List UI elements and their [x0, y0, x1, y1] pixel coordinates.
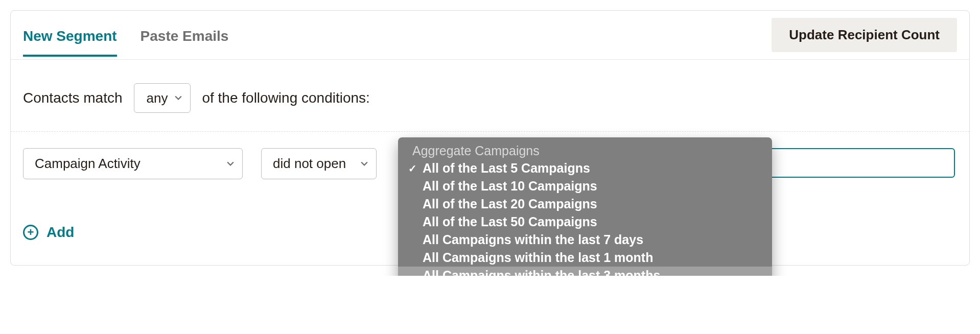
- dropdown-option-label: All of the Last 10 Campaigns: [423, 179, 597, 194]
- dropdown-option-label: All of the Last 5 Campaigns: [423, 161, 590, 176]
- segment-builder-panel: New Segment Paste Emails Update Recipien…: [10, 10, 970, 266]
- chevron-down-icon: [175, 94, 182, 102]
- tab-paste-emails[interactable]: Paste Emails: [141, 14, 229, 57]
- match-prefix-label: Contacts match: [23, 90, 123, 106]
- check-icon: ✓: [408, 162, 423, 175]
- dropdown-option[interactable]: ✓All of the Last 5 Campaigns: [398, 159, 772, 177]
- match-row: Contacts match any of the following cond…: [11, 60, 969, 132]
- chevron-down-icon: [227, 160, 234, 168]
- condition-operator-value: did not open: [273, 156, 346, 172]
- tab-bar: New Segment Paste Emails Update Recipien…: [11, 11, 969, 60]
- dropdown-option[interactable]: All of the Last 20 Campaigns: [398, 195, 772, 213]
- dropdown-option[interactable]: All of the Last 50 Campaigns: [398, 213, 772, 231]
- dropdown-option[interactable]: All of the Last 10 Campaigns: [398, 177, 772, 195]
- dropdown-option-label: All Campaigns within the last 1 month: [423, 250, 653, 265]
- dropdown-option-label: All of the Last 20 Campaigns: [423, 197, 597, 211]
- condition-field-value: Campaign Activity: [35, 156, 141, 172]
- campaign-value-dropdown: Aggregate Campaigns ✓All of the Last 5 C…: [398, 137, 772, 276]
- dropdown-option[interactable]: All Campaigns within the last 3 months: [398, 267, 772, 276]
- condition-field-select[interactable]: Campaign Activity: [23, 148, 243, 179]
- condition-operator-select[interactable]: did not open: [261, 148, 377, 179]
- update-recipient-count-button[interactable]: Update Recipient Count: [772, 18, 957, 52]
- dropdown-option[interactable]: All Campaigns within the last 1 month: [398, 249, 772, 267]
- dropdown-option-label: All of the Last 50 Campaigns: [423, 214, 597, 229]
- chevron-down-icon: [361, 160, 368, 168]
- dropdown-group-label: Aggregate Campaigns: [398, 140, 772, 159]
- plus-circle-icon: +: [23, 225, 38, 240]
- match-mode-value: any: [147, 90, 168, 106]
- dropdown-option-label: All Campaigns within the last 7 days: [423, 232, 643, 247]
- dropdown-option[interactable]: All Campaigns within the last 7 days: [398, 231, 772, 249]
- dropdown-option-label: All Campaigns within the last 3 months: [423, 268, 660, 276]
- tabs: New Segment Paste Emails: [23, 14, 772, 57]
- tab-new-segment[interactable]: New Segment: [23, 14, 117, 57]
- match-mode-select[interactable]: any: [134, 83, 191, 113]
- match-suffix-label: of the following conditions:: [202, 90, 369, 106]
- add-label: Add: [46, 224, 74, 241]
